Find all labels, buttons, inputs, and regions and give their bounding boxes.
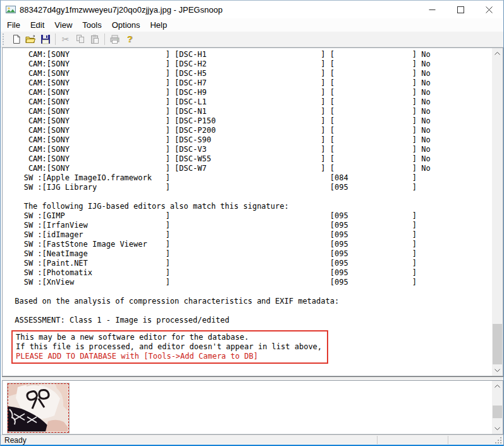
print-icon bbox=[109, 34, 120, 44]
title-bar: 883427d4gy1fmzwweyeu7j20qo0zjjya.jpg - J… bbox=[1, 1, 503, 18]
report-line: ASSESSMENT: Class 1 - Image is processed… bbox=[10, 316, 492, 325]
report-pane[interactable]: CAM:[SONY ] [DSC-H1 ] [ ] No CAM:[SONY ]… bbox=[2, 47, 503, 376]
scroll-up-button[interactable] bbox=[492, 48, 503, 59]
database-alert-box: This may be a new software editor for th… bbox=[11, 330, 328, 364]
svg-text:?: ? bbox=[126, 34, 132, 44]
alert-line: This may be a new software editor for th… bbox=[16, 333, 322, 342]
report-line: The following IJG-based editors also mat… bbox=[10, 202, 492, 211]
toolbar-separator bbox=[104, 34, 105, 45]
report-line bbox=[10, 192, 492, 202]
scroll-down-button[interactable] bbox=[492, 365, 503, 376]
minimize-icon bbox=[429, 6, 436, 13]
menu-item-file[interactable]: File bbox=[2, 19, 25, 31]
paste-clipboard-icon bbox=[90, 34, 100, 44]
chevron-down-icon bbox=[495, 427, 500, 430]
report-line: CAM:[SONY ] [DSC-H5 ] [ ] No bbox=[10, 69, 492, 78]
help-question-icon: ? ? bbox=[125, 34, 135, 44]
report-line: SW :[Photomatix ] [095 ] bbox=[10, 268, 492, 278]
report-line: SW :[XnView ] [095 ] bbox=[10, 278, 492, 287]
window-controls bbox=[418, 1, 503, 18]
toolbar-separator bbox=[55, 34, 56, 45]
status-pane-divider bbox=[448, 436, 448, 444]
report-line: CAM:[SONY ] [DSC-W55 ] [ ] No bbox=[10, 154, 492, 164]
menu-item-view[interactable]: View bbox=[49, 19, 77, 31]
report-line: CAM:[SONY ] [DSC-L1 ] [ ] No bbox=[10, 97, 492, 107]
alert-line-highlight: PLEASE ADD TO DATABASE with [Tools->Add … bbox=[16, 352, 322, 361]
close-button[interactable] bbox=[475, 1, 503, 18]
report-line: SW :[IJG Library ] [095 ] bbox=[10, 183, 492, 192]
menu-item-edit[interactable]: Edit bbox=[25, 19, 49, 31]
paste-button[interactable] bbox=[87, 32, 102, 46]
report-line: SW :[NeatImage ] [095 ] bbox=[10, 249, 492, 259]
open-file-button[interactable] bbox=[23, 32, 38, 46]
print-button[interactable] bbox=[108, 32, 122, 46]
report-line bbox=[10, 287, 492, 297]
alert-line: If this file is processed, and editor do… bbox=[16, 342, 322, 352]
chevron-down-icon bbox=[495, 369, 500, 372]
report-line: SW :[Apple ImageIO.framework ] [084 ] bbox=[10, 173, 492, 183]
cut-button[interactable]: ✂ bbox=[58, 32, 73, 46]
report-text: CAM:[SONY ] [DSC-H1 ] [ ] No CAM:[SONY ]… bbox=[3, 48, 492, 376]
new-document-icon bbox=[11, 34, 22, 44]
preview-scrollbar[interactable] bbox=[492, 381, 503, 434]
chevron-up-icon bbox=[495, 385, 500, 388]
image-thumbnail[interactable] bbox=[7, 383, 70, 433]
help-button[interactable]: ? ? bbox=[122, 32, 137, 46]
menu-item-tools[interactable]: Tools bbox=[77, 19, 106, 31]
resize-grip[interactable] bbox=[494, 436, 502, 444]
status-bar: Ready bbox=[1, 435, 503, 445]
save-button[interactable] bbox=[38, 32, 52, 46]
report-line: CAM:[SONY ] [DSC-W7 ] [ ] No bbox=[10, 164, 492, 173]
new-file-button[interactable] bbox=[9, 32, 23, 46]
thumbnail-photo bbox=[8, 383, 68, 431]
scrollbar-thumb[interactable] bbox=[493, 324, 502, 364]
close-icon bbox=[486, 6, 493, 13]
image-preview-pane bbox=[2, 380, 503, 435]
report-line: CAM:[SONY ] [DSC-V3 ] [ ] No bbox=[10, 145, 492, 154]
menu-item-options[interactable]: Options bbox=[107, 19, 145, 31]
report-line: CAM:[SONY ] [DSC-S90 ] [ ] No bbox=[10, 135, 492, 145]
menu-bar: File Edit View Tools Options Help bbox=[1, 18, 503, 32]
report-line: SW :[idImager ] [095 ] bbox=[10, 230, 492, 240]
window-title: 883427d4gy1fmzwweyeu7j20qo0zjjya.jpg - J… bbox=[20, 5, 223, 15]
menu-item-help[interactable]: Help bbox=[145, 19, 172, 31]
jpegsnoop-app-icon bbox=[6, 4, 16, 15]
report-line: SW :[FastStone Image Viewer ] [095 ] bbox=[10, 240, 492, 249]
report-line: SW :[Paint.NET ] [095 ] bbox=[10, 259, 492, 268]
report-line: Based on the analysis of compression cha… bbox=[10, 297, 492, 306]
maximize-icon bbox=[457, 6, 464, 13]
copy-button[interactable] bbox=[73, 32, 87, 46]
report-line bbox=[10, 306, 492, 316]
toolbar: ✂ ? ? bbox=[1, 32, 503, 47]
report-line: CAM:[SONY ] [DSC-H2 ] [ ] No bbox=[10, 59, 492, 69]
report-line: CAM:[SONY ] [DSC-H9 ] [ ] No bbox=[10, 88, 492, 97]
scroll-down-button[interactable] bbox=[492, 423, 503, 434]
report-line: CAM:[SONY ] [DSC-N1 ] [ ] No bbox=[10, 107, 492, 116]
status-text: Ready bbox=[4, 436, 27, 445]
toolbar-gripper[interactable] bbox=[3, 34, 6, 45]
report-line: SW :[GIMP ] [095 ] bbox=[10, 211, 492, 221]
report-scrollbar[interactable] bbox=[492, 48, 503, 376]
report-line: CAM:[SONY ] [DSC-H7 ] [ ] No bbox=[10, 78, 492, 88]
chevron-up-icon bbox=[495, 52, 500, 55]
report-line: CAM:[SONY ] [DSC-H1 ] [ ] No bbox=[10, 50, 492, 59]
minimize-button[interactable] bbox=[418, 1, 446, 18]
cut-scissors-icon: ✂ bbox=[62, 34, 70, 44]
open-folder-icon bbox=[25, 34, 36, 44]
copy-icon bbox=[75, 34, 85, 44]
report-line: CAM:[SONY ] [DSC-P150 ] [ ] No bbox=[10, 116, 492, 126]
status-pane-divider bbox=[377, 436, 378, 444]
report-line: CAM:[SONY ] [DSC-P200 ] [ ] No bbox=[10, 126, 492, 135]
save-floppy-icon bbox=[40, 34, 51, 44]
jpegsnoop-window: 883427d4gy1fmzwweyeu7j20qo0zjjya.jpg - J… bbox=[0, 0, 504, 446]
report-line: SW :[IrfanView ] [095 ] bbox=[10, 221, 492, 230]
scroll-up-button[interactable] bbox=[492, 381, 503, 392]
maximize-button[interactable] bbox=[446, 1, 475, 18]
scrollbar-thumb[interactable] bbox=[493, 406, 502, 418]
